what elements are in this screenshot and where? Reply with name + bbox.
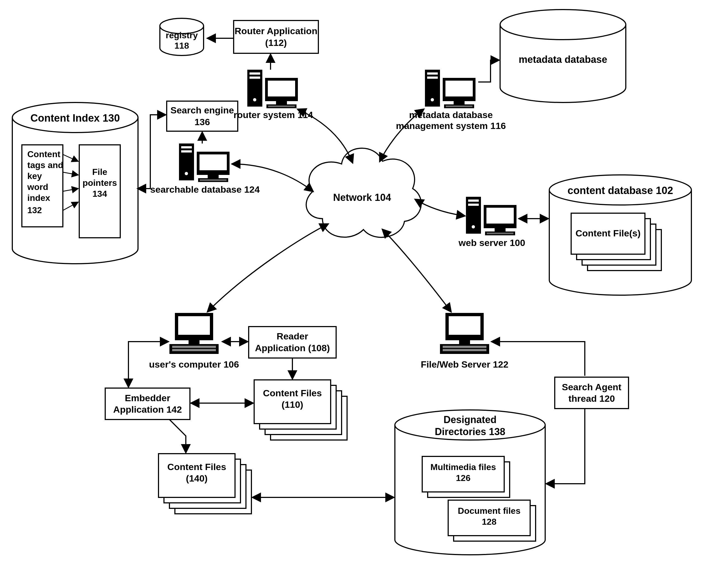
registry-label2: 118	[174, 41, 189, 51]
svg-point-20	[500, 10, 626, 40]
search-engine-label1: Search engine	[171, 105, 234, 115]
reader-app-label1: Reader	[277, 331, 308, 341]
arrow-user-network	[208, 224, 328, 312]
file-web-server-icon	[440, 313, 489, 354]
ci-tags-1: Content	[27, 149, 60, 159]
ci-ptr-3: 134	[92, 189, 107, 199]
searchable-db-label: searchable database 124	[150, 184, 260, 195]
embedder-label1: Embedder	[125, 393, 170, 403]
svg-rect-7	[268, 81, 295, 96]
ci-arrow-4	[63, 202, 78, 210]
content-index-cylinder: Content Index 130 Content tags and key w…	[12, 102, 138, 264]
web-server-label: web server 100	[458, 237, 525, 248]
diagram-root: Network 104 Router Application (112) reg…	[0, 0, 728, 569]
network-cloud: Network 104	[306, 148, 421, 237]
svg-rect-39	[486, 208, 514, 224]
arrow-embedder-files140	[169, 420, 186, 452]
content-files-140: Content Files (140)	[158, 454, 251, 514]
svg-rect-49	[178, 316, 210, 335]
svg-rect-17	[454, 101, 465, 104]
svg-rect-24	[181, 150, 192, 152]
router-app-label2: (112)	[265, 37, 287, 48]
user-computer-label: user's computer 106	[149, 359, 239, 369]
svg-rect-13	[427, 77, 438, 79]
embedder-app-box: Embedder Application 142	[105, 388, 190, 420]
svg-rect-68	[443, 346, 486, 348]
content-110-label2: (110)	[281, 399, 303, 410]
ci-tags-2: tags and	[27, 160, 63, 170]
ci-ptr-1: File	[92, 167, 107, 177]
content-files-110: Content Files (110)	[254, 380, 347, 440]
svg-rect-8	[276, 101, 287, 104]
embedder-label2: Application 142	[113, 404, 182, 415]
svg-rect-16	[445, 81, 473, 96]
svg-point-25	[185, 172, 188, 175]
ci-arrow-2	[63, 172, 78, 175]
svg-rect-28	[208, 175, 219, 178]
designated-doc2: 128	[482, 517, 496, 527]
router-app-label1: Router Application	[235, 26, 318, 36]
ci-arrow-3	[63, 189, 78, 191]
svg-rect-52	[172, 346, 216, 348]
svg-rect-36	[468, 204, 479, 206]
network-label: Network 104	[333, 192, 391, 203]
svg-point-14	[431, 98, 434, 101]
svg-rect-30	[200, 179, 227, 181]
arrow-contentindex-searchengine	[138, 115, 165, 189]
designated-directories-cylinder: Designated Directories 138 Multimedia fi…	[395, 410, 545, 555]
designated-doc1: Document files	[458, 506, 520, 516]
svg-rect-23	[181, 146, 192, 148]
svg-rect-3	[249, 72, 260, 75]
search-agent-box: Search Agent thread 120	[555, 377, 629, 409]
designated-mm2: 126	[456, 473, 470, 483]
svg-rect-50	[189, 340, 199, 344]
router-system-icon	[247, 70, 298, 108]
arrow-fileserver-network	[383, 230, 451, 312]
svg-rect-0	[234, 20, 318, 53]
content-db-cylinder: content database 102 Content File(s)	[549, 175, 691, 295]
arrow-searchagent-fileserver	[492, 342, 585, 376]
svg-rect-65	[449, 316, 480, 335]
search-agent-label2: thread 120	[568, 393, 615, 404]
svg-rect-27	[199, 154, 227, 170]
content-db-file: Content File(s)	[576, 228, 641, 238]
arrow-metadatasys-db	[478, 60, 499, 82]
designated-title2: Directories 138	[435, 426, 505, 437]
svg-point-37	[472, 225, 475, 228]
content-140-label2: (140)	[186, 473, 207, 483]
content-140-label1: Content Files	[167, 462, 226, 472]
content-index-title: Content Index 130	[30, 112, 120, 124]
svg-rect-12	[427, 72, 438, 75]
ci-ptr-2: pointers	[83, 178, 117, 188]
metadata-system-icon	[425, 70, 475, 108]
designated-title1: Designated	[444, 414, 497, 425]
designated-mm1: Multimedia files	[430, 462, 496, 472]
svg-rect-69	[443, 349, 486, 351]
svg-rect-4	[249, 77, 260, 79]
ci-tags-6: 132	[27, 205, 42, 215]
content-110-label1: Content Files	[263, 388, 322, 398]
ci-tags-3: key	[27, 171, 42, 181]
metadata-system-label2: management system 116	[396, 121, 506, 131]
web-server-icon	[466, 197, 516, 235]
ci-tags-4: word	[27, 182, 48, 192]
search-engine-label2: 136	[195, 117, 210, 127]
svg-rect-42	[487, 233, 513, 234]
search-agent-label1: Search Agent	[562, 382, 621, 392]
svg-rect-66	[459, 340, 470, 344]
reader-app-label2: Application (108)	[255, 343, 330, 353]
registry-label1: registry	[166, 30, 198, 40]
svg-rect-10	[268, 105, 295, 107]
svg-point-5	[253, 98, 256, 101]
registry-cylinder: registry 118	[160, 18, 204, 55]
content-db-title: content database 102	[568, 185, 673, 196]
svg-rect-19	[446, 105, 472, 107]
user-computer-icon	[169, 313, 219, 354]
arrow-searchagent-designated	[547, 409, 585, 484]
metadata-db-label: metadata database	[519, 54, 607, 65]
svg-rect-40	[495, 228, 506, 231]
router-application-box: Router Application (112)	[234, 20, 318, 53]
search-engine-box: Search engine 136	[167, 101, 238, 131]
reader-app-box: Reader Application (108)	[249, 327, 336, 358]
file-web-server-label: File/Web Server 122	[421, 359, 509, 369]
